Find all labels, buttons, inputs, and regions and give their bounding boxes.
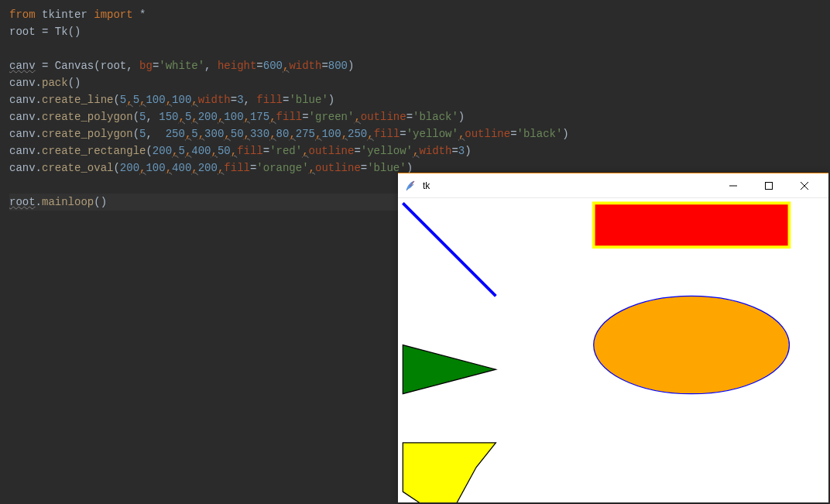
class-canvas: Canvas	[55, 60, 94, 72]
code-line[interactable]: from tkinter import *	[9, 6, 821, 23]
tk-canvas[interactable]	[398, 198, 828, 502]
window-titlebar[interactable]: tk	[398, 173, 828, 198]
code-line[interactable]: canv = Canvas(root, bg='white', height=6…	[9, 57, 821, 74]
canvas-polygon	[403, 443, 496, 502]
var-root: root	[9, 196, 36, 208]
canvas-line	[403, 203, 496, 296]
tkinter-window[interactable]: tk	[398, 173, 828, 502]
method-pack: pack	[42, 77, 68, 89]
tk-feather-icon	[404, 180, 417, 192]
method-create-polygon: create_polygon	[42, 111, 133, 123]
canvas-oval	[594, 296, 790, 393]
window-title: tk	[423, 180, 715, 191]
keyword-import: import	[94, 9, 132, 21]
maximize-button[interactable]	[751, 173, 787, 198]
code-line[interactable]: canv.create_polygon(5, 250,5,300,50,330,…	[9, 125, 821, 142]
class-tk: Tk	[55, 26, 68, 38]
window-controls	[715, 173, 822, 198]
canvas-triangle	[403, 345, 496, 394]
code-line[interactable]: canv.create_polygon(5, 150,5,200,100,175…	[9, 108, 821, 125]
code-line[interactable]: root = Tk()	[9, 23, 821, 40]
method-create-polygon: create_polygon	[42, 128, 133, 140]
code-line[interactable]: canv.pack()	[9, 74, 821, 91]
method-create-line: create_line	[42, 94, 113, 106]
minimize-button[interactable]	[715, 173, 751, 198]
code-line-blank[interactable]	[9, 40, 821, 57]
method-create-rectangle: create_rectangle	[42, 145, 146, 157]
svg-rect-1	[766, 182, 773, 189]
var-root: root	[9, 26, 36, 38]
code-line[interactable]: canv.create_rectangle(200,5,400,50,fill=…	[9, 142, 821, 159]
canvas-rectangle	[594, 203, 790, 247]
close-button[interactable]	[787, 173, 822, 198]
var-canv: canv	[9, 60, 36, 72]
code-line[interactable]: canv.create_line(5,5,100,100,width=3, fi…	[9, 91, 821, 108]
module-name: tkinter	[42, 9, 87, 21]
keyword-from: from	[9, 9, 36, 21]
method-mainloop: mainloop	[42, 196, 94, 208]
import-star: *	[139, 9, 146, 21]
method-create-oval: create_oval	[42, 162, 113, 174]
